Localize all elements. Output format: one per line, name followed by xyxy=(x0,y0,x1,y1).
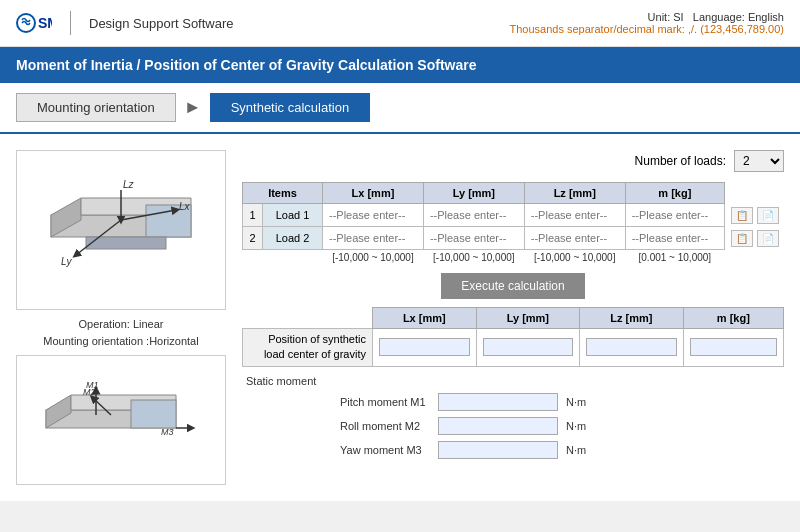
svg-text:M2: M2 xyxy=(83,387,96,397)
row-1-actions: 📋 📄 xyxy=(724,204,783,227)
yaw-m3-input[interactable] xyxy=(438,441,558,459)
svg-text:Lx: Lx xyxy=(179,201,191,212)
operation-info: Operation: Linear Mounting orientation :… xyxy=(16,316,226,349)
row-2-lx-cell xyxy=(323,227,424,250)
row-1-ly-cell xyxy=(423,204,524,227)
logo-divider xyxy=(70,11,71,35)
gravity-lx-cell xyxy=(373,329,477,367)
row-2-lz-cell xyxy=(524,227,625,250)
results-col-m: m [kg] xyxy=(683,308,783,329)
logo-area: SMC Design Support Software xyxy=(16,8,234,38)
num-loads-label: Number of loads: xyxy=(635,154,726,168)
range-ly: [-10,000 ~ 10,000] xyxy=(423,250,524,266)
gravity-m-cell xyxy=(683,329,783,367)
header: SMC Design Support Software Unit: SI Lan… xyxy=(0,0,800,47)
gravity-lz-input[interactable] xyxy=(586,338,677,356)
results-col-lx: Lx [mm] xyxy=(373,308,477,329)
gravity-ly-cell xyxy=(476,329,580,367)
row-1-ly-input[interactable] xyxy=(428,208,520,222)
yaw-label: Yaw moment M3 xyxy=(340,444,430,456)
table-row: 2 Load 2 📋 📄 xyxy=(243,227,784,250)
roll-m2-input[interactable] xyxy=(438,417,558,435)
gravity-lx-input[interactable] xyxy=(379,338,470,356)
step-mounting-orientation[interactable]: Mounting orientation xyxy=(16,93,176,122)
num-loads-select[interactable]: 2 1 3 4 xyxy=(734,150,784,172)
col-m: m [kg] xyxy=(625,183,724,204)
mounting-diagram-svg: Lz Lx Ly xyxy=(31,160,211,300)
row-1-name: Load 1 xyxy=(263,204,323,227)
row-2-name: Load 2 xyxy=(263,227,323,250)
num-loads-row: Number of loads: 2 1 3 4 xyxy=(242,150,784,172)
pitch-label: Pitch moment M1 xyxy=(340,396,430,408)
row-1-copy-btn[interactable]: 📋 xyxy=(731,207,753,224)
row-2-lx-input[interactable] xyxy=(327,231,419,245)
row-2-m-input[interactable] xyxy=(630,231,720,245)
row-2-m-cell xyxy=(625,227,724,250)
smc-logo: SMC xyxy=(16,8,52,38)
row-2-paste-btn[interactable]: 📄 xyxy=(757,230,779,247)
col-actions xyxy=(724,183,783,204)
results-col-lz: Lz [mm] xyxy=(580,308,684,329)
col-lz: Lz [mm] xyxy=(524,183,625,204)
svg-text:Lz: Lz xyxy=(123,179,135,190)
row-2-copy-btn[interactable]: 📋 xyxy=(731,230,753,247)
yaw-unit: N·m xyxy=(566,444,586,456)
row-1-m-input[interactable] xyxy=(630,208,720,222)
row-1-m-cell xyxy=(625,204,724,227)
row-2-ly-input[interactable] xyxy=(428,231,520,245)
moments-diagram-svg: M1 M2 M3 xyxy=(31,360,211,480)
results-empty-header xyxy=(243,308,373,329)
step-arrow: ► xyxy=(184,97,202,118)
moment-section: Static moment Pitch moment M1 N·m Roll m… xyxy=(242,375,784,459)
row-1-paste-btn[interactable]: 📄 xyxy=(757,207,779,224)
main-content: Lz Lx Ly Operation: Linear Mounting orie… xyxy=(0,134,800,501)
loads-table: Items Lx [mm] Ly [mm] Lz [mm] m [kg] 1 L… xyxy=(242,182,784,265)
row-1-lx-cell xyxy=(323,204,424,227)
gravity-row: Position of syntheticload center of grav… xyxy=(243,329,784,367)
svg-text:SMC: SMC xyxy=(38,15,52,31)
svg-rect-16 xyxy=(131,400,176,428)
roll-row: Roll moment M2 N·m xyxy=(242,417,784,435)
table-row: 1 Load 1 📋 📄 xyxy=(243,204,784,227)
range-m: [0.001 ~ 10,000] xyxy=(625,250,724,266)
pitch-m1-input[interactable] xyxy=(438,393,558,411)
svg-text:M3: M3 xyxy=(161,427,174,437)
row-1-num: 1 xyxy=(243,204,263,227)
svg-text:Ly: Ly xyxy=(61,256,72,267)
col-lx: Lx [mm] xyxy=(323,183,424,204)
smc-logo-icon: SMC xyxy=(16,8,52,38)
gravity-lz-cell xyxy=(580,329,684,367)
static-moment-label: Static moment xyxy=(242,375,784,387)
execute-button[interactable]: Execute calculation xyxy=(441,273,584,299)
row-2-ly-cell xyxy=(423,227,524,250)
row-2-num: 2 xyxy=(243,227,263,250)
col-ly: Ly [mm] xyxy=(423,183,524,204)
pitch-unit: N·m xyxy=(566,396,586,408)
app-subtitle: Design Support Software xyxy=(89,16,234,31)
row-2-lz-input[interactable] xyxy=(529,231,621,245)
range-empty xyxy=(243,250,323,266)
title-bar: Moment of Inertia / Position of Center o… xyxy=(0,47,800,83)
col-items: Items xyxy=(243,183,323,204)
results-col-ly: Ly [mm] xyxy=(476,308,580,329)
pitch-row: Pitch moment M1 N·m xyxy=(242,393,784,411)
page-title: Moment of Inertia / Position of Center o… xyxy=(16,57,477,73)
left-panel: Lz Lx Ly Operation: Linear Mounting orie… xyxy=(16,150,226,485)
diagram-box-1: Lz Lx Ly xyxy=(16,150,226,310)
gravity-ly-input[interactable] xyxy=(483,338,574,356)
yaw-row: Yaw moment M3 N·m xyxy=(242,441,784,459)
header-info: Unit: SI Language: English Thousands sep… xyxy=(509,11,784,35)
diagram-box-2: M1 M2 M3 xyxy=(16,355,226,485)
unit-language: Unit: SI Language: English xyxy=(509,11,784,23)
row-1-lz-input[interactable] xyxy=(529,208,621,222)
gravity-label: Position of syntheticload center of grav… xyxy=(243,329,373,367)
step-synthetic-calculation[interactable]: Synthetic calculation xyxy=(210,93,371,122)
range-actions-empty xyxy=(724,250,783,266)
range-row: [-10,000 ~ 10,000] [-10,000 ~ 10,000] [-… xyxy=(243,250,784,266)
range-lz: [-10,000 ~ 10,000] xyxy=(524,250,625,266)
roll-unit: N·m xyxy=(566,420,586,432)
step-bar: Mounting orientation ► Synthetic calcula… xyxy=(0,83,800,134)
thousands-info: Thousands separator/decimal mark: ,/. (1… xyxy=(509,23,784,35)
row-1-lx-input[interactable] xyxy=(327,208,419,222)
gravity-m-input[interactable] xyxy=(690,338,777,356)
